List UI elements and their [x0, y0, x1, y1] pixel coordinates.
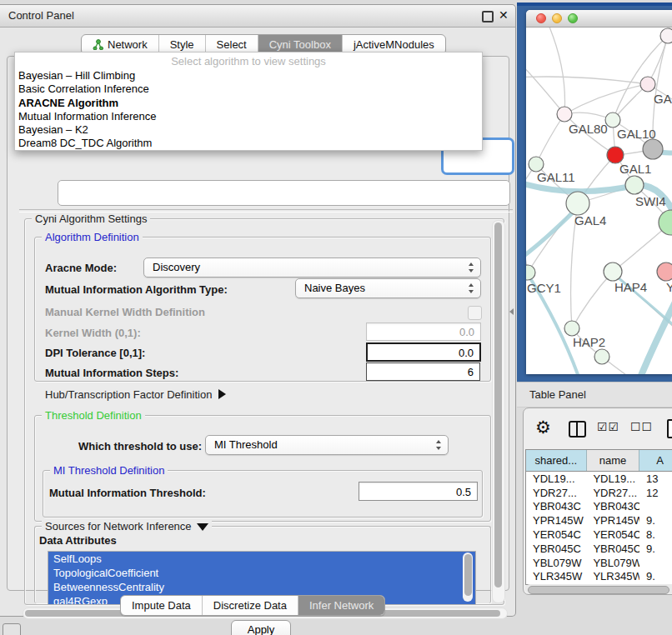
- minimize-traffic-light-button[interactable]: [552, 13, 562, 23]
- tab-label: Impute Data: [132, 599, 191, 612]
- attribute-item-topologicalcoefficient[interactable]: TopologicalCoefficient: [48, 566, 475, 580]
- show-columns-icon[interactable]: [569, 421, 586, 438]
- tab-impute-data[interactable]: Impute Data: [121, 596, 203, 615]
- select-all-columns-icon[interactable]: ☑☑: [597, 420, 619, 433]
- attribute-item-betweennesscentrality[interactable]: BetweennessCentrality: [48, 580, 475, 594]
- data-table-combobox[interactable]: [58, 180, 510, 206]
- network-edge[interactable]: [546, 28, 565, 114]
- network-node-label: HAP2: [573, 335, 605, 349]
- panel-splitter-arrow[interactable]: [509, 308, 514, 315]
- document-icon[interactable]: [667, 419, 672, 438]
- network-canvas[interactable]: GALGAL80GAL10GAL1GAL11SWI4GAL4GCY1HAP4YH…: [526, 28, 672, 374]
- gear-icon[interactable]: ⚙: [535, 418, 551, 437]
- mi-algorithm-type-label: Mutual Information Algorithm Type:: [45, 283, 228, 296]
- network-edge[interactable]: [564, 84, 648, 114]
- close-icon[interactable]: ✕: [499, 8, 509, 22]
- network-edge[interactable]: [526, 77, 648, 84]
- table-cell: YPR145W: [526, 513, 586, 528]
- table-cell: YLR345W: [526, 570, 586, 584]
- network-node-label: GAL10: [617, 127, 656, 141]
- table-row[interactable]: YBR045CYBR045C9.: [526, 542, 672, 556]
- table-row[interactable]: YBL079WYBL079W: [526, 556, 672, 570]
- data-attributes-label: Data Attributes: [39, 534, 117, 547]
- network-edge[interactable]: [572, 272, 613, 328]
- sources-toggle[interactable]: Sources for Network Inference: [42, 520, 212, 532]
- network-node[interactable]: [594, 349, 609, 364]
- network-node-gal80[interactable]: [557, 107, 572, 122]
- aracne-mode-select[interactable]: Discovery: [143, 258, 481, 278]
- tab-infer-network[interactable]: Infer Network: [298, 596, 384, 615]
- table-row[interactable]: YBR043CYBR043C: [526, 500, 672, 514]
- algorithm-option-mutual-information-inference[interactable]: Mutual Information Inference: [18, 110, 479, 123]
- network-node-hap4[interactable]: [604, 262, 622, 281]
- algorithm-option-bayesian-k2[interactable]: Bayesian – K2: [18, 123, 479, 137]
- network-window-titlebar[interactable]: [526, 10, 672, 28]
- mi-steps-field[interactable]: 6: [366, 362, 480, 381]
- float-panel-icon[interactable]: [482, 11, 494, 22]
- network-node-y[interactable]: [657, 262, 672, 281]
- network-node-label: HAP4: [614, 280, 647, 294]
- network-node-gal[interactable]: [640, 77, 655, 92]
- network-graph[interactable]: GALGAL80GAL10GAL1GAL11SWI4GAL4GCY1HAP4YH…: [526, 28, 672, 374]
- minimized-panel-icon[interactable]: [3, 623, 21, 635]
- network-edge[interactable]: [536, 114, 564, 164]
- column-header-name[interactable]: name: [587, 450, 640, 471]
- control-panel-titlebar[interactable]: Control Panel ✕: [0, 5, 515, 28]
- network-edge[interactable]: [526, 212, 528, 272]
- network-node-hap2[interactable]: [564, 321, 579, 336]
- network-edge[interactable]: [613, 36, 668, 120]
- network-node-gal4[interactable]: [566, 192, 589, 215]
- network-node-label: GAL: [654, 92, 672, 106]
- column-header-a[interactable]: A: [639, 450, 672, 471]
- network-node[interactable]: [643, 139, 663, 159]
- cyni-mode-tabbar: Impute DataDiscretize DataInfer Network: [120, 595, 385, 616]
- network-edge[interactable]: [526, 61, 564, 114]
- panel-title: Control Panel: [8, 9, 74, 22]
- kernel-width-field[interactable]: 0.0: [366, 322, 481, 341]
- attribute-item-selfloops[interactable]: SelfLoops: [48, 552, 475, 566]
- algorithm-option-basic-correlation-inference[interactable]: Basic Correlation Inference: [18, 82, 479, 96]
- node-attribute-table[interactable]: shared...nameA YDL19...YDL19...13YDR27..…: [525, 449, 672, 585]
- table-row[interactable]: YDR27...YDR27...12: [526, 486, 672, 500]
- tab-label: Style: [170, 38, 194, 51]
- zoom-traffic-light-button[interactable]: [568, 13, 578, 23]
- dpi-tolerance-field[interactable]: 0.0: [366, 342, 481, 362]
- network-node-swi4[interactable]: [625, 176, 644, 194]
- deselect-all-columns-icon[interactable]: ☐☐: [630, 420, 653, 433]
- attributes-list-scrollbar[interactable]: [463, 552, 473, 602]
- manual-kernel-width-checkbox[interactable]: [468, 306, 482, 320]
- tab-discretize-data[interactable]: Discretize Data: [203, 596, 298, 615]
- algorithm-dropdown-popup: Select algorithm to view settings Bayesi…: [14, 52, 483, 151]
- network-edge[interactable]: [526, 164, 536, 228]
- column-header-shared[interactable]: shared...: [526, 450, 587, 471]
- table-cell: YBL079W: [526, 556, 586, 570]
- table-row[interactable]: YPR145WYPR145W9.: [526, 513, 672, 528]
- close-traffic-light-button[interactable]: [536, 13, 546, 23]
- control-panel-window: Control Panel ✕ NetworkStyleSelectCyni T…: [0, 4, 516, 617]
- algorithm-option-bayesian-hill-climbing[interactable]: Bayesian – Hill Climbing: [18, 69, 479, 82]
- algorithm-option-dream8-dc-tdc-algorithm[interactable]: Dream8 DC_TDC Algorithm: [18, 137, 479, 150]
- table-cell: 12: [639, 486, 672, 500]
- manual-kernel-width-label: Manual Kernel Width Definition: [45, 306, 205, 318]
- mi-algorithm-type-select[interactable]: Naive Bayes: [295, 278, 481, 298]
- table-horizontal-scrollbar[interactable]: [525, 584, 672, 593]
- settings-vertical-scrollbar[interactable]: [492, 220, 505, 603]
- network-node-gal1[interactable]: [607, 147, 624, 163]
- which-threshold-select[interactable]: MI Threshold: [205, 435, 449, 455]
- table-row[interactable]: YLR345WYLR345W9.: [526, 570, 672, 584]
- apply-button[interactable]: Apply: [231, 620, 291, 635]
- algorithm-list: Bayesian – Hill ClimbingBasic Correlatio…: [18, 69, 479, 151]
- table-cell: YBR045C: [526, 542, 586, 556]
- table-row[interactable]: YER054CYER054C8.: [526, 528, 672, 542]
- table-panel-body: ⚙ ☑☑ ☐☐ shared...nameA YDL19...YDL19...1…: [523, 408, 672, 595]
- network-node-gcy1[interactable]: [526, 265, 535, 280]
- hub-definition-toggle[interactable]: Hub/Transcription Factor Definition: [45, 388, 226, 401]
- table-cell: YER054C: [526, 528, 586, 542]
- group-title: MI Threshold Definition: [50, 464, 168, 477]
- table-row[interactable]: YDL19...YDL19...13: [526, 472, 672, 486]
- network-edge-highlighted[interactable]: [526, 206, 579, 259]
- network-node-label: GAL1: [619, 162, 651, 176]
- network-node[interactable]: [660, 28, 672, 43]
- algorithm-option-aracne-algorithm[interactable]: ARACNE Algorithm: [18, 97, 479, 110]
- mi-threshold-field[interactable]: 0.5: [359, 482, 478, 501]
